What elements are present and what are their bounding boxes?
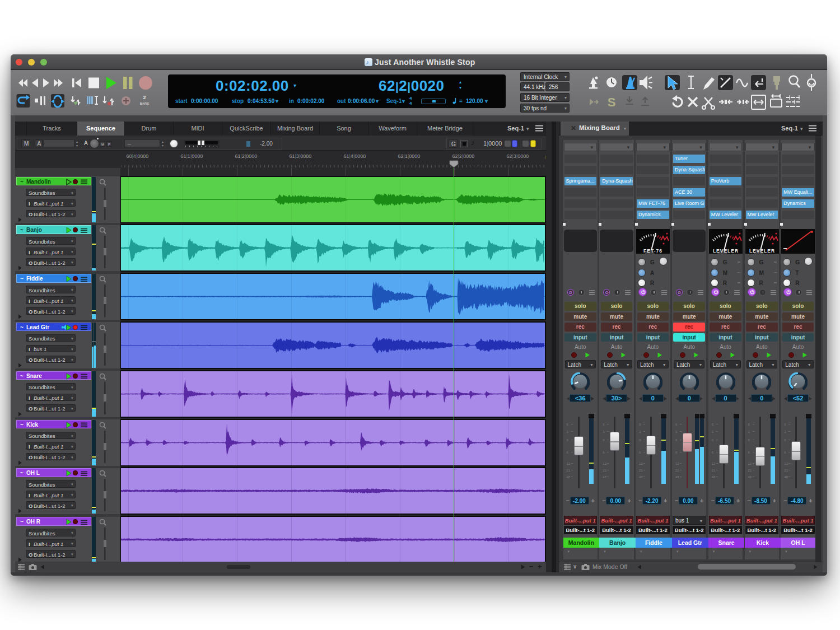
svg-text:LEVELER: LEVELER [749,248,774,254]
svg-text:LEVELER: LEVELER [713,248,739,254]
svg-text:S: S [608,95,616,109]
svg-text:FET-76: FET-76 [643,248,662,254]
svg-text:BARS: BARS [140,102,149,105]
svg-text:2: 2 [143,95,146,100]
